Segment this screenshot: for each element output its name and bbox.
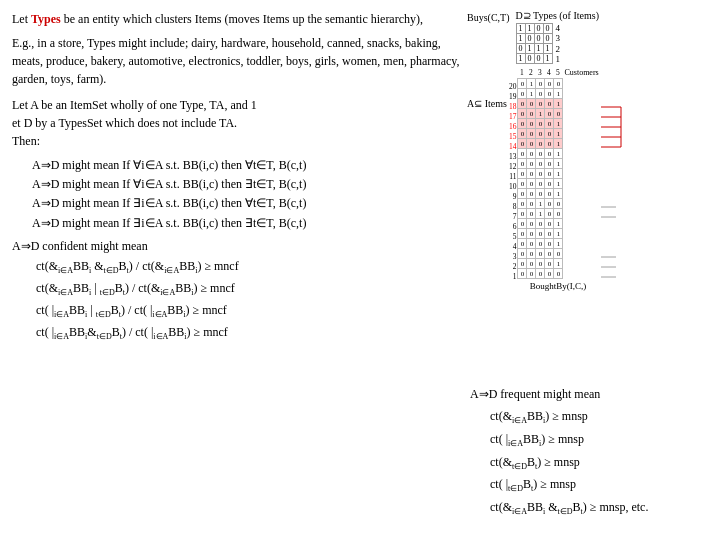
count-3: 3: [556, 33, 561, 43]
implications-list: A⇒D might mean If ∀i∈A s.t. BB(i,c) then…: [32, 156, 462, 233]
cell-4-2: 0: [525, 54, 534, 64]
let-a-line2: et D by a TypesSet which does not includ…: [12, 116, 237, 130]
item-6: 6: [509, 222, 517, 232]
let-a-paragraph: Let A be an ItemSet wholly of one Type, …: [12, 96, 462, 150]
page: Let Types be an entity which clusters It…: [0, 0, 720, 540]
top-matrix-wrapper: D⊇ Types (of Items) 1100 1000 0111: [516, 10, 600, 64]
buys-row-3: 0111: [516, 44, 552, 54]
big-row-19: 01001: [518, 89, 563, 99]
cell-3-2: 1: [525, 44, 534, 54]
item-20: 20: [509, 82, 517, 92]
item-17: 17: [509, 112, 517, 122]
arrow-svg: [601, 82, 631, 302]
big-row-8: 00100: [518, 199, 563, 209]
big-row-5: 00001: [518, 229, 563, 239]
bought-by-matrix: 01000 01001 00001 00100 00001 00001 0000…: [517, 78, 563, 279]
intro-paragraph: Let Types be an entity which clusters It…: [12, 10, 462, 28]
big-row-1: 00000: [518, 269, 563, 279]
implication-1: A⇒D might mean If ∀i∈A s.t. BB(i,c) then…: [32, 156, 462, 175]
big-row-4: 00001: [518, 239, 563, 249]
intro-text2: be an entity which clusters Items (moves…: [61, 12, 423, 26]
cust-col-1: 1: [517, 68, 526, 77]
item-4: 4: [509, 242, 517, 252]
top-matrix-with-labels: 1100 1000 0111 1001: [516, 23, 600, 64]
buys-row-1: 1100: [516, 24, 552, 34]
intro-text1: Let: [12, 12, 31, 26]
item-7: 7: [509, 212, 517, 222]
buys-row-counts: 4 3 2 1: [556, 23, 561, 64]
item-9: 9: [509, 192, 517, 202]
formula-1: ct(&i∈ABBi &t∈DBt) / ct(&i∈ABBi) ≥ mncf: [36, 256, 462, 278]
big-row-7: 00100: [518, 209, 563, 219]
freq-formula-5: ct(&i∈ABBi &t∈DBt) ≥ mnsp, etc.: [490, 497, 720, 520]
item-8: 8: [509, 202, 517, 212]
cell-2-4: 0: [543, 34, 552, 44]
item-3: 3: [509, 252, 517, 262]
item-15: 15: [509, 132, 517, 142]
cell-1-2: 1: [525, 24, 534, 34]
cell-4-1: 1: [516, 54, 525, 64]
implication-4: A⇒D might mean If ∃i∈A s.t. BB(i,c) then…: [32, 214, 462, 233]
a-items-label: A⊆ Items: [467, 98, 507, 109]
frequent-section: A⇒D frequent might mean ct(&i∈ABBi) ≥ mn…: [470, 387, 720, 520]
big-row-11: 00001: [518, 169, 563, 179]
item-19: 19: [509, 92, 517, 102]
right-column: Buys(C,T) D⊇ Types (of Items) 1100 1000: [467, 10, 720, 302]
big-matrix-area: A⊆ Items 20 19 18 17 16 15 14 13 12 11 1…: [467, 68, 720, 302]
frequent-formulas: ct(&i∈ABBi) ≥ mnsp ct( |i∈ABBi) ≥ mnsp c…: [490, 406, 720, 520]
cell-2-2: 0: [525, 34, 534, 44]
freq-formula-3: ct(&t∈DBt) ≥ mnsp: [490, 452, 720, 475]
item-12: 12: [509, 162, 517, 172]
big-row-14: 00001: [518, 139, 563, 149]
cust-col-4: 4: [544, 68, 553, 77]
item-14: 14: [509, 142, 517, 152]
big-row-17: 00100: [518, 109, 563, 119]
freq-formula-1: ct(&i∈ABBi) ≥ mnsp: [490, 406, 720, 429]
customers-header-label: Customers: [564, 68, 598, 77]
types-header: D⊇ Types (of Items): [516, 10, 600, 21]
freq-formula-2: ct( |i∈ABBi) ≥ mnsp: [490, 429, 720, 452]
big-row-2: 00001: [518, 259, 563, 269]
item-11: 11: [509, 172, 517, 182]
big-row-9: 00001: [518, 189, 563, 199]
cell-4-4: 1: [543, 54, 552, 64]
implication-2: A⇒D might mean If ∀i∈A s.t. BB(i,c) then…: [32, 175, 462, 194]
formula-4: ct( |i∈ABBi&t∈DBt) / ct( |i∈ABBi) ≥ mncf: [36, 322, 462, 344]
eg-text: E.g., in a store, Types might include; d…: [12, 36, 460, 86]
left-column: Let Types be an entity which clusters It…: [12, 10, 462, 344]
big-row-15: 00001: [518, 129, 563, 139]
big-row-3: 00000: [518, 249, 563, 259]
freq-formula-4: ct( |t∈DBt) ≥ mnsp: [490, 474, 720, 497]
item-5: 5: [509, 232, 517, 242]
formula-block: ct(&i∈ABBi &t∈DBt) / ct(&i∈ABBi) ≥ mncf …: [36, 256, 462, 344]
item-16: 16: [509, 122, 517, 132]
implication-3: A⇒D might mean If ∃i∈A s.t. BB(i,c) then…: [32, 194, 462, 213]
item-10: 10: [509, 182, 517, 192]
then-label: Then:: [12, 134, 40, 148]
cell-1-4: 0: [543, 24, 552, 34]
confident-title: A⇒D confident might mean: [12, 239, 462, 254]
buys-matrix: 1100 1000 0111 1001: [516, 23, 553, 64]
count-1: 1: [556, 54, 561, 64]
count-2: 2: [556, 44, 561, 54]
cust-col-5: 5: [553, 68, 562, 77]
big-row-16: 00001: [518, 119, 563, 129]
cell-1-1: 1: [516, 24, 525, 34]
cell-2-1: 1: [516, 34, 525, 44]
cell-1-3: 0: [534, 24, 543, 34]
cell-4-3: 0: [534, 54, 543, 64]
eg-paragraph: E.g., in a store, Types might include; d…: [12, 34, 462, 88]
big-row-10: 00001: [518, 179, 563, 189]
big-matrix-wrapper: 1 2 3 4 5 Customers 01000 01001 00001 00…: [517, 68, 598, 291]
buys-label: Buys(C,T): [467, 12, 510, 23]
cell-3-1: 0: [516, 44, 525, 54]
item-2: 2: [509, 262, 517, 272]
frequent-title: A⇒D frequent might mean: [470, 387, 720, 402]
item-13: 13: [509, 152, 517, 162]
big-row-6: 00001: [518, 219, 563, 229]
buys-row-2: 1000: [516, 34, 552, 44]
big-row-18: 00001: [518, 99, 563, 109]
cust-col-3: 3: [535, 68, 544, 77]
let-a-line1: Let A be an ItemSet wholly of one Type, …: [12, 98, 257, 112]
buys-row-4: 1001: [516, 54, 552, 64]
